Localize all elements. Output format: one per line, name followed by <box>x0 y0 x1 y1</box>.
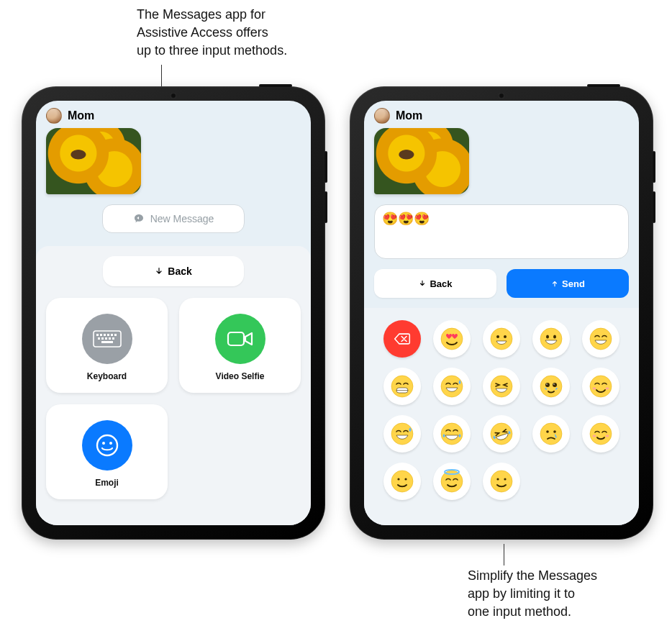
new-message-label: New Message <box>150 213 214 224</box>
svg-point-33 <box>546 383 548 385</box>
message-area <box>364 128 639 194</box>
svg-rect-5 <box>111 334 113 336</box>
send-button[interactable]: Send <box>507 269 629 298</box>
arrow-down-icon <box>155 267 163 276</box>
svg-rect-3 <box>104 334 106 336</box>
svg-rect-9 <box>105 337 107 340</box>
svg-point-32 <box>553 383 557 387</box>
svg-point-38 <box>391 423 413 445</box>
method-emoji-label: Emoji <box>95 478 119 488</box>
emoji-key-grin-big[interactable] <box>532 320 570 358</box>
callout-top: The Messages app for Assistive Access of… <box>137 6 287 60</box>
svg-point-17 <box>441 328 463 350</box>
svg-rect-12 <box>101 341 113 343</box>
emoji-key-slight-smile[interactable] <box>483 463 520 500</box>
emoji-key-blush-smile[interactable] <box>582 368 619 405</box>
emoji-key-relaxed[interactable] <box>582 415 619 453</box>
received-image <box>374 128 469 194</box>
svg-point-39 <box>441 423 463 445</box>
volume-down <box>324 191 327 223</box>
avatar <box>374 108 390 124</box>
back-button[interactable]: Back <box>374 269 496 298</box>
svg-point-46 <box>606 435 609 437</box>
svg-point-40 <box>491 423 512 445</box>
input-method-panel: Back <box>36 246 311 525</box>
delete-key[interactable] <box>383 320 421 358</box>
back-button[interactable]: Back <box>103 256 244 286</box>
svg-rect-2 <box>100 334 102 336</box>
svg-point-29 <box>491 376 512 397</box>
compose-field[interactable]: 😍😍😍 <box>374 204 629 259</box>
svg-point-30 <box>540 376 562 397</box>
svg-point-47 <box>391 471 413 492</box>
power-button <box>259 84 292 87</box>
method-video-label: Video Selfie <box>216 371 265 381</box>
svg-point-16 <box>109 442 112 445</box>
svg-point-28 <box>441 376 463 397</box>
emoji-keyboard <box>364 308 639 525</box>
svg-point-19 <box>496 335 499 338</box>
svg-point-54 <box>504 478 506 480</box>
svg-rect-6 <box>114 334 117 336</box>
method-emoji[interactable]: Emoji <box>46 404 168 499</box>
emoji-key-slight-smile[interactable] <box>383 463 421 500</box>
message-area: New Message <box>36 128 311 233</box>
svg-point-36 <box>593 388 596 390</box>
emoji-key-cry[interactable] <box>532 415 570 453</box>
volume-down <box>653 191 655 223</box>
front-camera <box>499 93 504 99</box>
ipad-left: Mom New Message Back <box>22 86 325 540</box>
send-label: Send <box>562 278 585 289</box>
svg-point-25 <box>391 376 413 397</box>
callout-bottom-line <box>504 544 504 565</box>
svg-point-14 <box>97 435 117 455</box>
svg-rect-10 <box>109 337 111 340</box>
emoji-key-holding-tears[interactable] <box>532 368 570 405</box>
svg-rect-13 <box>228 332 244 345</box>
volume-up <box>324 151 327 183</box>
emoji-key-halo[interactable] <box>433 463 471 500</box>
emoji-key-grin-open[interactable] <box>483 320 520 358</box>
svg-point-22 <box>546 335 549 338</box>
ipad-right: Mom 😍😍😍 Back Send <box>350 86 653 540</box>
svg-point-20 <box>504 335 507 338</box>
method-keyboard[interactable]: Keyboard <box>46 298 168 393</box>
emoji-key-sweat-grin[interactable] <box>433 368 471 405</box>
conversation-header: Mom <box>36 101 311 128</box>
svg-point-43 <box>553 430 556 433</box>
received-image <box>46 128 141 194</box>
chat-icon <box>133 213 145 224</box>
compose-value: 😍😍😍 <box>382 211 430 227</box>
screen: Mom 😍😍😍 Back Send <box>364 101 639 525</box>
emoji-key-tears-joy[interactable] <box>433 415 471 453</box>
emoji-key-sweat-grin[interactable] <box>383 415 421 453</box>
contact-name: Mom <box>68 109 94 122</box>
emoji-key-laugh-squint[interactable] <box>483 368 520 405</box>
new-message-field[interactable]: New Message <box>102 204 245 233</box>
svg-rect-4 <box>107 334 109 336</box>
emoji-key-grin-smile-eyes[interactable] <box>582 320 619 358</box>
contact-name: Mom <box>396 109 422 122</box>
conversation-header: Mom <box>364 101 639 128</box>
svg-point-34 <box>553 383 555 385</box>
emoji-key-heart-eyes[interactable] <box>433 320 471 358</box>
svg-point-53 <box>496 478 499 480</box>
svg-rect-8 <box>101 337 104 340</box>
svg-point-52 <box>491 471 512 492</box>
power-button <box>587 84 620 87</box>
emoji-grid <box>377 315 626 505</box>
arrow-down-icon <box>418 279 427 288</box>
svg-point-24 <box>590 328 612 350</box>
emoji-key-rofl[interactable] <box>483 415 520 453</box>
svg-point-31 <box>545 383 550 387</box>
callout-bottom: Simplify the Messages app by limiting it… <box>468 567 597 622</box>
back-label: Back <box>430 278 452 289</box>
svg-point-45 <box>593 435 596 437</box>
svg-point-49 <box>404 478 407 480</box>
svg-point-37 <box>606 388 609 390</box>
arrow-up-icon <box>550 279 559 288</box>
emoji-key-beaming[interactable] <box>383 368 421 405</box>
svg-point-44 <box>590 423 612 445</box>
svg-point-15 <box>102 442 105 445</box>
method-video-selfie[interactable]: Video Selfie <box>179 298 301 393</box>
